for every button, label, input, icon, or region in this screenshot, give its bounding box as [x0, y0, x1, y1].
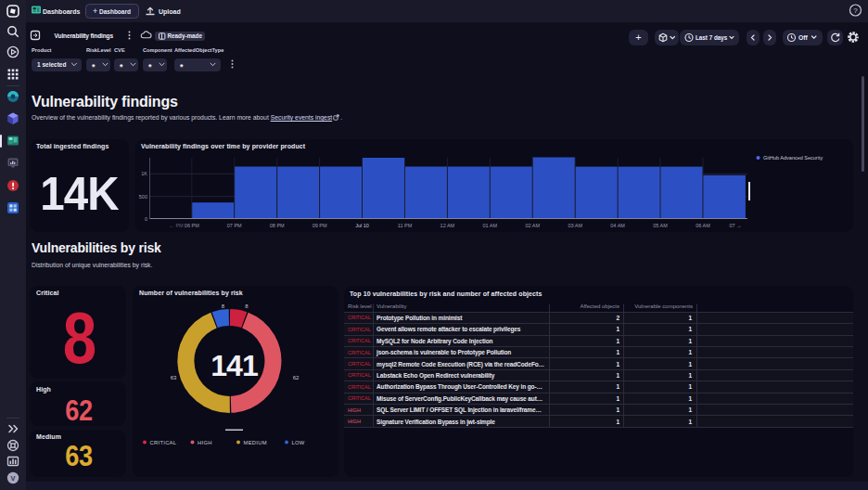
svg-text:Ready-made: Ready-made — [168, 32, 203, 40]
svg-text:01 AM: 01 AM — [482, 223, 497, 228]
svg-text:MEDIUM: MEDIUM — [244, 439, 267, 445]
svg-text:Dashboards: Dashboards — [43, 8, 81, 15]
svg-text:63: 63 — [171, 374, 177, 380]
svg-text:8: 8 — [222, 303, 225, 309]
svg-text:05 AM: 05 AM — [653, 223, 668, 228]
svg-text:Off: Off — [798, 34, 809, 41]
svg-text:GitHub Advanced Security: GitHub Advanced Security — [763, 155, 823, 161]
svg-text:07 →: 07 → — [729, 223, 741, 228]
svg-text:02 AM: 02 AM — [525, 223, 540, 228]
svg-text:LOW: LOW — [292, 439, 305, 445]
svg-text:+: + — [93, 6, 97, 16]
svg-text:08 PM: 08 PM — [269, 223, 284, 228]
svg-text:06 PM: 06 PM — [184, 223, 198, 228]
svg-text:V: V — [10, 474, 15, 483]
svg-text:07 PM: 07 PM — [226, 223, 241, 228]
svg-text:06 AM: 06 AM — [696, 223, 710, 228]
svg-text:04 AM: 04 AM — [610, 223, 625, 228]
svg-text:62: 62 — [293, 374, 300, 380]
svg-text:Upload: Upload — [159, 8, 181, 16]
svg-text:11 PM: 11 PM — [397, 223, 412, 228]
svg-text:8: 8 — [245, 303, 249, 309]
svg-text:03 AM: 03 AM — [568, 223, 582, 228]
svg-text:Last 7 days: Last 7 days — [696, 34, 728, 42]
svg-text:Vulnerability findings: Vulnerability findings — [55, 32, 114, 40]
svg-text:?: ? — [853, 6, 858, 15]
svg-text:CRITICAL: CRITICAL — [150, 439, 177, 445]
svg-text:141: 141 — [211, 348, 258, 381]
svg-text:Jul 10: Jul 10 — [355, 223, 369, 228]
svg-text:1K: 1K — [141, 171, 147, 176]
svg-text:09 PM: 09 PM — [312, 223, 326, 228]
svg-text:← PM: ← PM — [169, 223, 184, 228]
svg-text:Dashboard: Dashboard — [99, 8, 131, 15]
svg-text:HIGH: HIGH — [198, 439, 212, 445]
svg-text:12 AM: 12 AM — [440, 223, 454, 228]
svg-text:500: 500 — [138, 194, 147, 200]
svg-text:0: 0 — [144, 216, 147, 222]
